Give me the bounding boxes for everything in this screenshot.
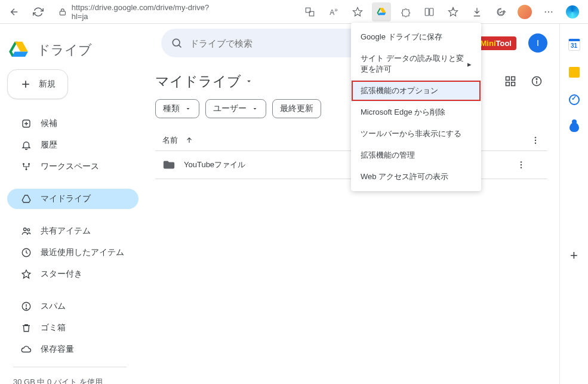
svg-point-18 (27, 229, 30, 231)
url-bar[interactable]: https://drive.google.com/drive/my-drive?… (54, 3, 227, 21)
folder-icon (162, 158, 176, 171)
account-avatar[interactable]: I (528, 33, 547, 53)
menu-remove-from-edge[interactable]: Microsoft Edge から削除 (351, 102, 481, 123)
url-text: https://drive.google.com/drive/my-drive?… (72, 3, 222, 21)
side-panel: 31 + (559, 24, 588, 384)
drive-logo-icon (7, 39, 30, 62)
app-title: ドライブ (37, 41, 92, 59)
profile-icon[interactable] (515, 2, 534, 21)
svg-point-8 (545, 11, 546, 12)
split-screen-icon[interactable] (420, 2, 439, 21)
minitool-badge[interactable]: MiniTool (476, 36, 516, 50)
more-icon[interactable] (539, 2, 558, 21)
tasks-icon[interactable] (568, 93, 581, 106)
menu-extension-options[interactable]: 拡張機能のオプション (351, 80, 481, 102)
people-icon (20, 225, 32, 237)
breadcrumb[interactable]: マイドライブ (155, 72, 253, 91)
filter-type[interactable]: 種類 (155, 99, 199, 118)
extensions-icon[interactable] (396, 2, 415, 21)
sidebar-item-label: ワークスペース (41, 161, 99, 172)
sidebar-item-suggestions[interactable]: 候補 (7, 113, 138, 134)
refresh-button[interactable] (30, 4, 47, 20)
filter-modified[interactable]: 最終更新 (272, 99, 321, 118)
collections-icon[interactable] (444, 2, 463, 21)
sidebar-item-spam[interactable]: スパム (7, 296, 138, 317)
file-menu[interactable] (516, 160, 540, 170)
sidebar-item-label: 共有アイテム (41, 226, 91, 236)
menu-web-permissions[interactable]: Web アクセス許可の表示 (351, 166, 481, 188)
sparkle-icon (20, 118, 32, 130)
sidebar: ドライブ 新規 候補 履歴 ワークスペース マイドライブ (0, 24, 143, 384)
svg-point-23 (26, 308, 27, 309)
svg-rect-36 (512, 77, 515, 81)
drive-extension-icon[interactable] (372, 2, 391, 21)
star-icon (20, 268, 32, 280)
sidebar-item-storage[interactable]: 保存容量 (7, 339, 138, 360)
search-icon (171, 37, 183, 49)
sidebar-item-workspaces[interactable]: ワークスペース (7, 156, 138, 177)
clock-icon (20, 247, 32, 259)
bell-icon (20, 139, 32, 151)
column-menu[interactable] (531, 136, 540, 145)
svg-line-25 (178, 45, 181, 47)
sidebar-item-activity[interactable]: 履歴 (7, 135, 138, 155)
menu-save-to-drive[interactable]: Google ドライブに保存 (351, 26, 481, 48)
downloads-icon[interactable] (467, 2, 487, 21)
svg-rect-4 (425, 8, 429, 16)
svg-point-46 (521, 164, 522, 165)
menu-site-data-permissions[interactable]: サイト データの読み取りと変更を許可▸ (351, 48, 481, 80)
chevron-down-icon (184, 105, 192, 112)
breadcrumb-label: マイドライブ (155, 72, 241, 91)
drive-icon (20, 193, 32, 205)
translate-icon[interactable] (300, 2, 319, 21)
workspace-icon (20, 161, 32, 173)
sidebar-item-label: 履歴 (41, 140, 57, 150)
menu-hide-from-toolbar[interactable]: ツールバーから非表示にする (351, 123, 481, 145)
lock-icon (59, 8, 67, 16)
new-button[interactable]: 新規 (7, 69, 68, 99)
sidebar-item-shared[interactable]: 共有アイテム (7, 221, 138, 241)
sidebar-item-label: ゴミ箱 (41, 322, 66, 333)
performance-icon[interactable] (491, 2, 510, 21)
svg-rect-5 (430, 8, 433, 16)
name-column-header[interactable]: 名前 (162, 135, 178, 146)
svg-rect-35 (506, 77, 510, 81)
svg-point-43 (535, 140, 536, 141)
layout-toggle-button[interactable] (500, 70, 521, 92)
svg-point-9 (548, 11, 549, 12)
chevron-down-icon (251, 105, 258, 112)
sidebar-item-recent[interactable]: 最近使用したアイテム (7, 242, 138, 263)
info-button[interactable] (526, 70, 547, 92)
back-button[interactable] (6, 4, 23, 20)
sidebar-item-label: 保存容量 (41, 344, 74, 355)
svg-marker-3 (353, 7, 362, 16)
svg-point-17 (24, 228, 27, 231)
filter-user[interactable]: ユーザー (205, 99, 266, 118)
calendar-icon[interactable]: 31 (568, 38, 581, 51)
sidebar-item-trash[interactable]: ゴミ箱 (7, 318, 138, 338)
svg-point-14 (23, 163, 24, 165)
svg-marker-20 (22, 270, 30, 278)
copilot-icon[interactable] (563, 2, 582, 21)
new-button-label: 新規 (39, 79, 56, 90)
contacts-icon[interactable] (568, 121, 581, 134)
svg-point-10 (551, 11, 552, 12)
svg-rect-0 (60, 11, 65, 14)
sidebar-item-mydrive[interactable]: マイドライブ (7, 189, 138, 209)
chevron-right-icon: ▸ (467, 60, 472, 69)
sidebar-item-label: 最近使用したアイテム (41, 247, 124, 258)
sort-arrow-icon[interactable] (185, 136, 193, 145)
svg-point-16 (26, 168, 27, 170)
svg-point-45 (521, 161, 522, 162)
favorite-icon[interactable] (348, 2, 367, 21)
spam-icon (20, 300, 32, 312)
sidebar-item-label: スター付き (41, 269, 82, 279)
read-aloud-icon[interactable]: A» (324, 2, 343, 21)
sidebar-item-label: スパム (41, 301, 66, 312)
svg-point-44 (535, 142, 536, 143)
menu-manage-extensions[interactable]: 拡張機能の管理 (351, 145, 481, 166)
keep-icon[interactable] (568, 66, 581, 79)
dropdown-caret-icon (245, 77, 253, 85)
add-addon-icon[interactable]: + (568, 249, 581, 262)
sidebar-item-starred[interactable]: スター付き (7, 264, 138, 284)
